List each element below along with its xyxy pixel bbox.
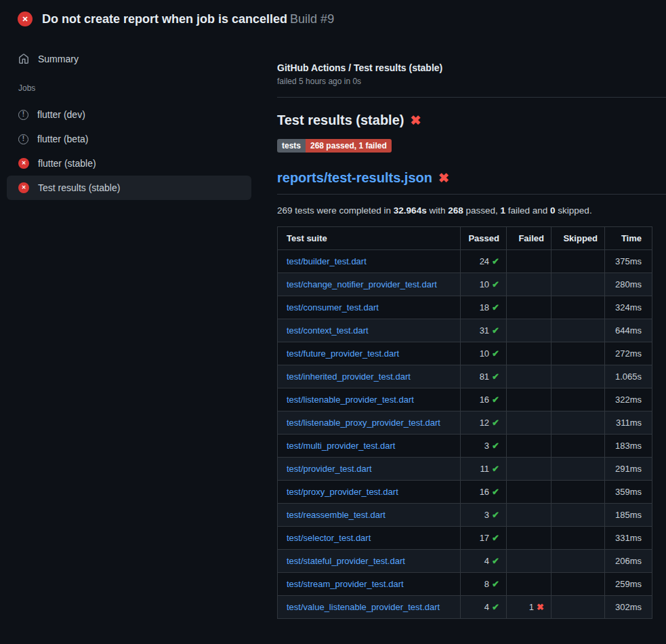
summary-text: failed and [505,205,550,216]
count-value: 17 [480,533,489,543]
count-value: 3 [484,441,489,451]
skipped-cell [551,388,605,411]
check-icon: ✔ [492,602,499,612]
time-cell: 291ms [605,458,652,481]
passed-cell: 8✔ [461,573,507,596]
sidebar-item-job[interactable]: !flutter (beta) [7,127,251,151]
test-suite-link[interactable]: test/listenable_proxy_provider_test.dart [287,418,440,428]
job-label: flutter (dev) [37,109,85,120]
test-suite-cell: test/stream_provider_test.dart [278,573,461,596]
skipped-cell [551,273,605,296]
home-icon [18,54,29,64]
test-suite-link[interactable]: test/listenable_provider_test.dart [287,395,414,405]
count-value: 31 [480,325,489,336]
skipped-cell [551,573,605,596]
test-suite-link[interactable]: test/reassemble_test.dart [287,510,386,520]
test-suite-cell: test/change_notifier_provider_test.dart [278,273,461,296]
failed-cell [507,388,551,411]
section-title: Test results (stable) ✖ [277,113,666,128]
test-suite-link[interactable]: test/context_test.dart [287,325,369,336]
passed-cell: 31✔ [461,319,507,342]
test-suite-link[interactable]: test/stateful_provider_test.dart [287,556,405,566]
failed-cell [507,504,551,527]
col-header-skipped: Skipped [551,227,605,250]
table-row: test/stateful_provider_test.dart4✔206ms [278,550,652,573]
sidebar-item-job[interactable]: ✕Test results (stable) [7,176,251,200]
test-suite-link[interactable]: test/provider_test.dart [287,464,372,474]
results-table: Test suite Passed Failed Skipped Time te… [277,226,652,619]
count-value: 16 [480,487,489,497]
passed-cell: 16✔ [461,388,507,411]
sidebar-item-job[interactable]: !flutter (dev) [7,102,251,127]
count-value: 4 [484,556,489,566]
test-suite-link[interactable]: test/inherited_provider_test.dart [287,371,411,382]
jobs-list: !flutter (dev)!flutter (beta)✕flutter (s… [7,102,251,200]
time-cell: 1.065s [605,365,652,388]
summary-skipped-count: 0 [550,205,556,216]
test-suite-link[interactable]: test/future_provider_test.dart [287,348,399,359]
x-mark-icon: ✖ [410,114,421,127]
failed-cell [507,250,551,273]
table-row: test/reassemble_test.dart3✔185ms [278,504,652,527]
failed-cell [507,411,551,435]
check-icon: ✔ [492,302,499,313]
passed-cell: 11✔ [461,458,507,481]
table-row: test/builder_test.dart24✔375ms [278,250,652,273]
passed-cell: 18✔ [461,296,507,319]
sidebar-item-summary[interactable]: Summary [7,47,251,71]
skipped-cell [551,550,605,573]
passed-cell: 10✔ [461,342,507,365]
failed-cell [507,458,551,481]
summary-failed-count: 1 [501,205,506,216]
skipped-cell [551,527,605,550]
failed-cell [507,365,551,388]
page-title: Do not create report when job is cancell… [42,12,334,26]
test-suite-link[interactable]: test/consumer_test.dart [287,302,379,313]
check-icon: ✔ [492,418,499,428]
test-suite-cell: test/listenable_provider_test.dart [278,388,461,411]
check-icon: ✔ [492,487,499,497]
time-cell: 185ms [605,504,652,527]
table-row: test/listenable_provider_test.dart16✔322… [278,388,652,411]
test-suite-link[interactable]: test/builder_test.dart [287,256,367,266]
test-suite-cell: test/provider_test.dart [278,458,461,481]
failed-cell [507,342,551,365]
summary-text: with [427,205,449,216]
time-cell: 324ms [605,296,652,319]
summary-text: skipped. [556,205,592,216]
time-cell: 206ms [605,550,652,573]
test-suite-link[interactable]: test/value_listenable_provider_test.dart [287,602,440,612]
sidebar-item-job[interactable]: ✕flutter (stable) [7,151,251,176]
test-suite-cell: test/stateful_provider_test.dart [278,550,461,573]
badge-value: 268 passed, 1 failed [306,139,392,153]
count-value: 24 [480,256,489,266]
test-suite-link[interactable]: test/change_notifier_provider_test.dart [287,279,437,289]
time-cell: 322ms [605,388,652,411]
count-value: 4 [484,602,489,612]
test-suite-link[interactable]: test/selector_test.dart [287,533,371,543]
test-suite-link[interactable]: test/multi_provider_test.dart [287,441,395,451]
test-suite-cell: test/context_test.dart [278,319,461,342]
count-value: 8 [484,579,489,589]
test-suite-cell: test/selector_test.dart [278,527,461,550]
count-value: 1 [529,602,534,612]
col-header-failed: Failed [507,227,551,250]
test-suite-link[interactable]: test/stream_provider_test.dart [287,579,404,589]
count-value: 81 [480,371,489,382]
check-run-title: Do not create report when job is cancell… [42,12,287,26]
skipped-cell [551,481,605,504]
table-row: test/stream_provider_test.dart8✔259ms [278,573,652,596]
time-cell: 375ms [605,250,652,273]
summary-text: 269 tests were completed in [277,205,394,216]
summary-text: passed, [463,205,501,216]
test-suite-link[interactable]: test/proxy_provider_test.dart [287,487,398,497]
job-label: Test results (stable) [38,182,120,193]
table-header-row: Test suite Passed Failed Skipped Time [278,227,652,250]
skipped-cell [551,411,605,435]
passed-cell: 17✔ [461,527,507,550]
passed-cell: 3✔ [461,504,507,527]
test-suite-cell: test/consumer_test.dart [278,296,461,319]
report-link[interactable]: reports/test-results.json [277,170,432,186]
count-value: 10 [480,279,489,289]
time-cell: 359ms [605,481,652,504]
